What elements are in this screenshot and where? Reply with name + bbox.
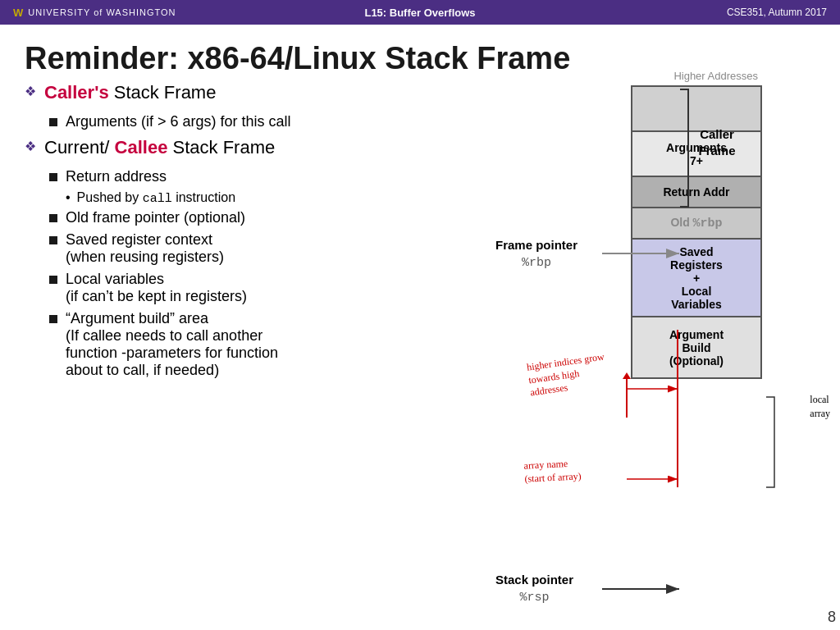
square-icon2: [49, 173, 57, 181]
cell-argbuild: ArgumentBuild(Optional): [632, 317, 761, 378]
higher-addresses-label: Higher Addresses: [479, 70, 758, 82]
caller-frame-label: CallerFrame: [692, 126, 742, 158]
table-row-argbuild: ArgumentBuild(Optional): [632, 317, 761, 378]
fp-reg: %rbp: [522, 256, 551, 270]
square-icon: [49, 118, 57, 126]
uw-logo: W: [13, 7, 23, 19]
sub-sub-pushed: • Pushed by call instruction: [66, 190, 451, 206]
sub-bullet-oldfp: Old frame pointer (optional): [49, 209, 451, 226]
topbar-course: CSE351, Autumn 2017: [727, 7, 827, 18]
cell-saved: SavedRegisters+LocalVariables: [632, 239, 761, 317]
callee-label: Callee: [115, 137, 168, 158]
bullet-caller: ❖ Caller's Stack Frame: [25, 82, 451, 103]
call-code: call: [143, 192, 172, 206]
sub-saved-text: Saved register context (when reusing reg…: [66, 231, 224, 266]
page-number: 8: [828, 609, 836, 626]
sub-args-text: Arguments (if > 6 args) for this call: [66, 113, 291, 130]
topbar-title: L15: Buffer Overflows: [364, 7, 475, 19]
sp-reg: %rsp: [520, 591, 550, 605]
cell-retaddr: Return Addr: [632, 176, 761, 208]
bullet-callee-text: Current/ Callee Stack Frame: [44, 137, 275, 158]
sub-return-text: Return address: [66, 168, 167, 185]
square-icon3: [49, 214, 57, 222]
table-row-saved: SavedRegisters+LocalVariables: [632, 239, 761, 317]
cell-oldrbp: Old %rbp: [632, 208, 761, 239]
sub-bullet-local: Local variables (if can’t be kept in reg…: [49, 271, 451, 305]
bullet-caller-text: Caller's Stack Frame: [44, 82, 216, 103]
main-content: Reminder: x86-64/Linux Stack Frame ❖ Cal…: [0, 25, 840, 109]
square-icon4: [49, 236, 57, 244]
stack-diagram: Higher Addresses Arguments7+ Return Addr…: [479, 70, 832, 630]
sub-bullet-argbuild: “Argument build” area (If callee needs t…: [49, 310, 451, 379]
local-array-label: localarray: [810, 393, 830, 421]
uw-university: UNIVERSITY of WASHINGTON: [28, 7, 176, 17]
table-row-retaddr: Return Addr: [632, 176, 761, 208]
callee-sub-bullets: Return address • Pushed by call instruct…: [49, 168, 451, 379]
topbar: W UNIVERSITY of WASHINGTON L15: Buffer O…: [0, 0, 840, 25]
pushed-text: Pushed by call instruction: [77, 190, 235, 206]
square-icon5: [49, 276, 57, 284]
diamond-icon2: ❖: [25, 139, 36, 154]
table-row-oldrbp: Old %rbp: [632, 208, 761, 239]
handwritten-indices: higher indices growtowards highaddresses: [526, 351, 609, 400]
square-icon6: [49, 315, 57, 323]
table-row-gray: [632, 86, 761, 131]
sub-bullet-saved: Saved register context (when reusing reg…: [49, 231, 451, 266]
topbar-left: W UNIVERSITY of WASHINGTON: [13, 7, 176, 19]
sub-bullet-return: Return address: [49, 168, 451, 185]
cell-gray: [632, 86, 761, 131]
bullet-callee: ❖ Current/ Callee Stack Frame: [25, 137, 451, 158]
handwritten-array: array name(start of array): [523, 457, 582, 486]
dot-icon: •: [66, 190, 71, 205]
diamond-icon: ❖: [25, 84, 36, 99]
up-arrow-svg: [619, 372, 635, 422]
sub-argbuild-text: “Argument build” area (If callee needs t…: [66, 310, 278, 379]
svg-marker-9: [623, 372, 631, 379]
fp-label: Frame pointer%rbp: [495, 237, 578, 271]
sub-bullet-args: Arguments (if > 6 args) for this call: [49, 113, 451, 130]
sp-label: Stack pointer%rsp: [495, 572, 573, 605]
sub-local-text: Local variables (if can’t be kept in reg…: [66, 271, 247, 305]
caller-sub-bullets: Arguments (if > 6 args) for this call: [49, 113, 451, 130]
left-content: ❖ Caller's Stack Frame Arguments (if > 6…: [25, 82, 451, 386]
caller-label: Caller's: [44, 82, 109, 103]
sub-oldfp-text: Old frame pointer (optional): [66, 209, 245, 226]
